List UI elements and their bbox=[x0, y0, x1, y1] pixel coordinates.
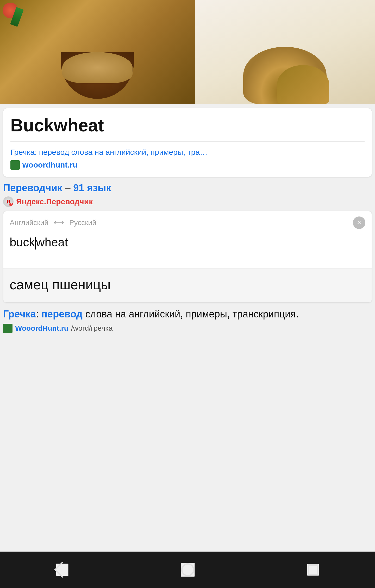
translator-dash: – bbox=[65, 182, 73, 193]
result-source-name[interactable]: WooordHunt.ru bbox=[15, 324, 68, 333]
grain-pile bbox=[243, 47, 327, 104]
bottom-result: Гречка: перевод слова на английский, при… bbox=[3, 307, 372, 333]
lang-to-label: Русский bbox=[69, 219, 96, 227]
translator-header[interactable]: Переводчик – 91 язык bbox=[3, 181, 372, 195]
translator-brand: A Яндекс.Переводчик bbox=[3, 196, 372, 207]
grain-fill bbox=[62, 52, 133, 83]
translation-output: самец пшеницы bbox=[3, 269, 372, 302]
yandex-icon: A bbox=[3, 196, 14, 207]
card-divider bbox=[10, 141, 365, 142]
lang-bar: Английский ⟷ Русский bbox=[3, 211, 372, 232]
image-left bbox=[0, 0, 195, 104]
result-source-path[interactable]: /word/гречка bbox=[71, 324, 113, 333]
result-favicon bbox=[3, 324, 12, 333]
back-icon bbox=[54, 562, 70, 578]
nav-spacer bbox=[0, 337, 375, 379]
swap-arrow-icon[interactable]: ⟷ bbox=[54, 218, 64, 227]
input-text-before: buck bbox=[10, 235, 35, 249]
source-favicon bbox=[10, 160, 20, 170]
main-card: Buckwheat Гречка: перевод слова на англи… bbox=[3, 108, 372, 177]
translator-lang-count: 91 язык bbox=[73, 182, 111, 193]
translation-input[interactable]: buckwheat bbox=[3, 232, 372, 269]
result-source: WooordHunt.ru/word/гречка bbox=[3, 324, 372, 333]
home-icon bbox=[181, 563, 194, 576]
result-title-part2: перевод bbox=[41, 309, 83, 319]
android-nav-bar bbox=[0, 552, 375, 588]
result-title-rest: слова на английский, примеры, транскрипц… bbox=[83, 309, 299, 319]
yandex-brand-name[interactable]: Яндекс.Переводчик bbox=[16, 197, 93, 206]
source-domain[interactable]: wooordhunt.ru bbox=[22, 161, 78, 169]
lang-from-label: Английский bbox=[10, 219, 48, 227]
translator-section: Переводчик – 91 язык A Яндекс.Переводчик… bbox=[3, 181, 372, 303]
card-source: wooordhunt.ru bbox=[10, 160, 365, 170]
nav-home-button[interactable] bbox=[181, 563, 195, 577]
text-cursor bbox=[35, 237, 36, 250]
result-title-part1: Гречка bbox=[3, 309, 36, 319]
recent-icon bbox=[308, 564, 318, 575]
translator-title: Переводчик bbox=[3, 182, 62, 193]
nav-recent-button[interactable] bbox=[307, 564, 319, 576]
nav-back-button[interactable] bbox=[56, 564, 68, 576]
translator-widget: Английский ⟷ Русский buckwheat самец пше… bbox=[3, 211, 372, 303]
translated-text: самец пшеницы bbox=[10, 276, 365, 294]
clear-button[interactable] bbox=[353, 216, 365, 229]
card-link-text[interactable]: Гречка: перевод слова на английский, при… bbox=[10, 147, 365, 158]
result-title[interactable]: Гречка: перевод слова на английский, при… bbox=[3, 307, 372, 322]
page-title: Buckwheat bbox=[10, 116, 365, 135]
input-text-after: wheat bbox=[36, 235, 68, 249]
image-right bbox=[195, 0, 375, 104]
yandex-a-badge: A bbox=[9, 203, 14, 207]
image-strip bbox=[0, 0, 375, 104]
result-title-colon: : bbox=[36, 309, 41, 319]
